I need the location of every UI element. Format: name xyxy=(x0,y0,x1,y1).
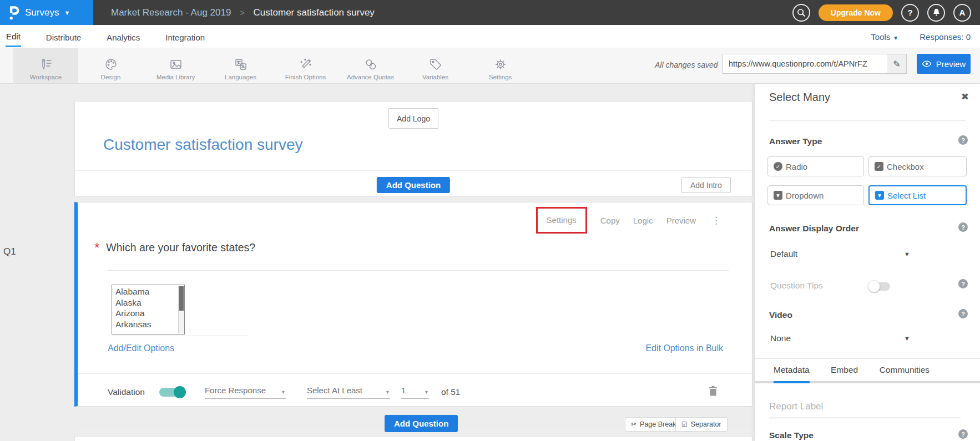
page-break-button[interactable]: ✂ Page Break xyxy=(625,417,682,432)
preview-button[interactable]: Preview xyxy=(917,54,971,74)
add-intro-button[interactable]: Add Intro xyxy=(681,177,731,193)
divider xyxy=(75,170,752,171)
add-logo-button[interactable]: Add Logo xyxy=(388,108,438,129)
add-question-button-top[interactable]: Add Question xyxy=(377,177,450,193)
survey-header-card: Add Logo Customer satisfaction survey Ad… xyxy=(74,101,752,196)
validation-toggle[interactable] xyxy=(159,388,185,397)
kebab-menu-icon[interactable]: ⋮ xyxy=(711,215,721,226)
questionpro-logo-icon xyxy=(7,6,19,20)
tab-integration[interactable]: Integration xyxy=(165,27,205,47)
answer-display-order-value: Default xyxy=(770,249,797,259)
help-icon[interactable]: ? xyxy=(958,309,968,318)
report-label-input[interactable] xyxy=(769,399,961,418)
upgrade-now-button[interactable]: Upgrade Now xyxy=(819,4,893,21)
answer-type-select-list[interactable]: ▼ Select List xyxy=(868,185,967,205)
delete-question-button[interactable] xyxy=(709,386,718,399)
tab-metadata[interactable]: Metadata xyxy=(774,365,810,383)
list-option[interactable]: Arizona xyxy=(115,308,176,319)
answer-type-checkbox[interactable]: ✓ Checkbox xyxy=(868,156,967,176)
video-dropdown[interactable]: None ▼ xyxy=(770,333,910,343)
toolbar-item-settings[interactable]: Settings xyxy=(468,48,533,83)
question-preview-link[interactable]: Preview xyxy=(666,216,696,225)
help-icon[interactable]: ? xyxy=(958,279,968,288)
dropdown-caret-icon: ▼ xyxy=(875,191,884,200)
add-edit-options-link[interactable]: Add/Edit Options xyxy=(108,343,174,353)
toolbar-item-variables[interactable]: Variables xyxy=(403,48,468,83)
question-tips-toggle[interactable] xyxy=(869,282,890,291)
question-logic-link[interactable]: Logic xyxy=(633,216,653,225)
surveys-menu[interactable]: Surveys ▼ xyxy=(0,0,93,25)
eye-icon xyxy=(922,60,932,67)
answer-type-dropdown[interactable]: ▼ Dropdown xyxy=(767,185,864,205)
validation-condition-value: Select At Least xyxy=(307,386,362,395)
help-icon[interactable]: ? xyxy=(958,222,968,232)
tab-analytics[interactable]: Analytics xyxy=(106,27,140,47)
notifications-button[interactable] xyxy=(927,4,945,22)
validation-rule-value: Force Response xyxy=(205,386,266,395)
tab-embed[interactable]: Embed xyxy=(831,365,858,381)
toolbar-item-languages[interactable]: Languages xyxy=(208,48,273,83)
breadcrumb-folder[interactable]: Market Research - Aug 2019 xyxy=(111,7,231,18)
help-icon[interactable]: ? xyxy=(958,135,968,145)
list-option[interactable]: Alabama xyxy=(115,286,176,297)
question-text[interactable]: Which are your favorite states? xyxy=(106,241,255,254)
close-panel-button[interactable]: ✖ xyxy=(961,91,969,103)
toolbar-item-label: Variables xyxy=(422,74,448,80)
list-scrollbar[interactable] xyxy=(178,286,184,333)
answer-select-list[interactable]: Alabama Alaska Arizona Arkansas xyxy=(112,285,185,334)
help-icon[interactable]: ? xyxy=(958,429,968,439)
annotation-highlight-box: Settings xyxy=(536,207,587,234)
tab-communities[interactable]: Communities xyxy=(880,365,930,381)
question-copy-link[interactable]: Copy xyxy=(600,216,620,225)
video-heading: Video xyxy=(769,310,792,320)
toolbar-item-advance-quotas[interactable]: Advance Quotas xyxy=(338,48,403,83)
separator-button[interactable]: ☑ Separator xyxy=(675,417,728,432)
chevron-down-icon: ▼ xyxy=(281,389,286,395)
validation-label: Validation xyxy=(108,387,145,397)
search-button[interactable] xyxy=(792,4,810,22)
tab-distribute[interactable]: Distribute xyxy=(46,27,82,47)
image-icon xyxy=(169,57,183,72)
toolbar-items: Workspace Design Media Library xyxy=(13,48,533,83)
validation-count-value: 1 xyxy=(401,386,406,395)
toolbar-item-label: Workspace xyxy=(30,74,62,80)
tools-dropdown[interactable]: Tools▼ xyxy=(871,32,898,42)
toolbar-item-design[interactable]: Design xyxy=(78,48,143,83)
validation-condition-dropdown[interactable]: Select At Least ▼ xyxy=(307,386,390,399)
chain-link-icon xyxy=(363,57,378,72)
toolbar-item-media-library[interactable]: Media Library xyxy=(143,48,208,83)
breadcrumb: Market Research - Aug 2019 > Customer sa… xyxy=(111,0,375,25)
account-avatar[interactable]: A xyxy=(953,4,971,22)
help-button[interactable]: ? xyxy=(901,4,919,22)
divider xyxy=(769,120,966,121)
question-settings-link[interactable]: Settings xyxy=(547,215,577,225)
translate-icon xyxy=(234,57,248,72)
chevron-down-icon: ▼ xyxy=(904,335,910,342)
add-question-button-bottom[interactable]: Add Question xyxy=(385,415,458,432)
toolbar-item-finish-options[interactable]: Finish Options xyxy=(273,48,338,83)
list-scrollbar-thumb[interactable] xyxy=(179,286,184,311)
edit-url-button[interactable]: ✎ xyxy=(887,54,906,73)
question-card: Settings Copy Logic Preview ⋮ * Which ar… xyxy=(74,202,752,407)
dropdown-caret-icon: ▼ xyxy=(774,191,782,200)
breadcrumb-separator: > xyxy=(240,8,244,17)
responses-count: Responses: 0 xyxy=(920,32,971,42)
toolbar-item-workspace[interactable]: Workspace xyxy=(13,48,78,83)
surveys-menu-label: Surveys xyxy=(25,7,59,18)
panel-title: Select Many xyxy=(769,91,830,104)
divider xyxy=(755,358,980,359)
list-option[interactable]: Alaska xyxy=(115,297,176,308)
tab-edit[interactable]: Edit xyxy=(6,26,21,47)
survey-url-input[interactable] xyxy=(723,59,887,68)
validation-count-dropdown[interactable]: 1 ▼ xyxy=(401,386,429,399)
survey-title[interactable]: Customer satisfaction survey xyxy=(103,136,302,154)
answer-type-label: Radio xyxy=(786,162,807,171)
answer-type-radio[interactable]: ✓ Radio xyxy=(767,156,864,176)
answer-display-order-dropdown[interactable]: Default ▼ xyxy=(770,249,910,259)
toolbar-item-label: Advance Quotas xyxy=(347,74,394,80)
validation-rule-dropdown[interactable]: Force Response ▼ xyxy=(205,386,286,399)
list-option[interactable]: Arkansas xyxy=(115,319,176,330)
answer-type-options: ✓ Radio ✓ Checkbox ▼ Dropdown ▼ Select L… xyxy=(767,156,967,205)
validation-row: Validation Force Response ▼ Select At Le… xyxy=(108,381,460,403)
edit-options-in-bulk-link[interactable]: Edit Options in Bulk xyxy=(645,343,723,353)
